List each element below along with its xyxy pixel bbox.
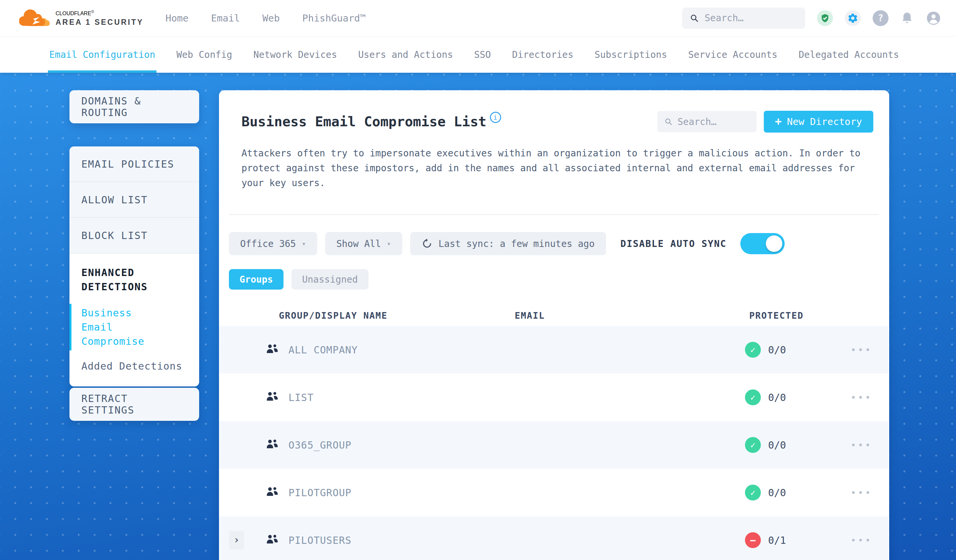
new-directory-button[interactable]: + New Directory (764, 111, 873, 133)
sidebar-item-retract-settings[interactable]: RETRACT SETTINGS (69, 388, 199, 421)
protected-count: 0/1 (768, 535, 786, 546)
search-icon (690, 13, 699, 23)
view-tab-unassigned[interactable]: Unassigned (291, 269, 368, 290)
group-icon (265, 343, 279, 355)
sidebar-item-domains-routing[interactable]: DOMAINS & ROUTING (69, 90, 199, 123)
protected-count: 0/0 (768, 487, 786, 499)
top-nav-item-home[interactable]: Home (165, 13, 189, 24)
search-icon (665, 117, 673, 126)
info-icon[interactable]: i (490, 112, 501, 123)
brand-subtitle: AREA 1 SECURITY (55, 19, 143, 26)
tab-service-accounts[interactable]: Service Accounts (687, 36, 779, 73)
group-icon (265, 533, 279, 546)
protected-count: 0/0 (768, 392, 786, 403)
help-button[interactable]: ? (873, 10, 888, 26)
account-button[interactable] (926, 10, 942, 26)
protected-check-badge: ✓ (745, 389, 761, 405)
group-icon (265, 391, 279, 403)
tab-network-devices[interactable]: Network Devices (252, 36, 338, 73)
refresh-icon (421, 238, 433, 249)
shield-check-icon (820, 13, 830, 23)
top-nav-item-web[interactable]: Web (262, 13, 280, 24)
group-icon (265, 486, 279, 498)
table-row[interactable]: › ALL COMPANY ✓ 0/0 ••• (219, 326, 888, 373)
top-bar: CLOUDFLARE® AREA 1 SECURITY HomeEmailWeb… (0, 0, 956, 36)
bec-list-panel: Business Email Compromise List i + New D… (219, 90, 889, 560)
sidebar-item-added-detections[interactable]: Added Detections (82, 360, 187, 372)
table-row[interactable]: › LIST ✓ 0/0 ••• (219, 373, 888, 421)
row-actions-menu[interactable]: ••• (844, 392, 879, 403)
sidebar-policies-card: EMAIL POLICIESALLOW LISTBLOCK LIST ENHAN… (69, 146, 199, 386)
page-title: Business Email Compromise List (242, 114, 487, 130)
auto-sync-toggle[interactable] (740, 233, 785, 254)
show-filter-dropdown[interactable]: Show All ▾ (325, 232, 402, 255)
toggle-knob (766, 235, 782, 252)
user-avatar-icon (926, 10, 942, 26)
tab-sso[interactable]: SSO (473, 36, 492, 73)
page-canvas: DOMAINS & ROUTING EMAIL POLICIESALLOW LI… (0, 73, 956, 560)
cloudflare-cloud-icon (19, 8, 51, 28)
top-nav-item-phishguard-[interactable]: PhishGuard™ (302, 13, 366, 24)
group-name: PILOTGROUP (288, 487, 513, 499)
group-name: LIST (288, 392, 513, 403)
plus-icon: + (775, 115, 781, 128)
table-row[interactable]: › PILOTUSERS − 0/1 ••• (219, 516, 888, 560)
sidebar-item-enhanced-detections[interactable]: ENHANCED DETECTIONS Business Email Compr… (69, 254, 199, 386)
list-search[interactable] (657, 111, 756, 132)
cloudflare-logo[interactable]: CLOUDFLARE® AREA 1 SECURITY (19, 8, 143, 28)
tab-email-configuration[interactable]: Email Configuration (48, 36, 156, 73)
sidebar-item-email-policies[interactable]: EMAIL POLICIES (69, 146, 199, 182)
notifications-button[interactable] (901, 11, 914, 25)
row-actions-menu[interactable]: ••• (844, 440, 879, 450)
help-icon: ? (878, 13, 884, 24)
brand-name: CLOUDFLARE® (55, 10, 143, 16)
protected-minus-badge: − (745, 532, 761, 548)
table-header: GROUP/DISPLAY NAMEEMAILPROTECTED (219, 305, 888, 326)
chevron-down-icon: ▾ (302, 240, 306, 248)
sidebar-item-business-email-compromise[interactable]: Business Email Compromise (69, 304, 169, 350)
group-name: ALL COMPANY (288, 344, 513, 356)
protected-check-badge: ✓ (745, 342, 761, 358)
groups-table: GROUP/DISPLAY NAMEEMAILPROTECTED › ALL C… (219, 305, 888, 560)
global-search[interactable] (682, 8, 805, 29)
registered-mark: ® (91, 9, 94, 14)
protected-check-badge: ✓ (745, 485, 761, 500)
top-nav-item-email[interactable]: Email (211, 13, 240, 24)
group-name: PILOTUSERS (288, 535, 513, 546)
tab-web-config[interactable]: Web Config (175, 36, 234, 73)
view-tab-groups[interactable]: Groups (229, 269, 283, 290)
last-sync-button[interactable]: Last sync: a few minutes ago (410, 232, 606, 255)
table-row[interactable]: › PILOTGROUP ✓ 0/0 ••• (219, 469, 888, 516)
sidebar-item-label: DOMAINS & ROUTING (82, 95, 187, 118)
tab-directories[interactable]: Directories (511, 36, 575, 73)
sidebar-item-allow-list[interactable]: ALLOW LIST (69, 182, 199, 218)
bell-icon (901, 11, 914, 25)
row-actions-menu[interactable]: ••• (844, 345, 879, 355)
security-status-button[interactable] (817, 10, 833, 26)
tab-delegated-accounts[interactable]: Delegated Accounts (797, 36, 900, 73)
sidebar-item-block-list[interactable]: BLOCK LIST (69, 218, 199, 254)
list-search-input[interactable] (678, 116, 749, 127)
group-name: O365_GROUP (288, 439, 513, 451)
protected-count: 0/0 (768, 344, 786, 356)
table-row[interactable]: › O365_GROUP ✓ 0/0 ••• (219, 421, 888, 469)
enhanced-detections-label: ENHANCED DETECTIONS (82, 265, 161, 294)
settings-button[interactable] (845, 10, 861, 26)
row-actions-menu[interactable]: ••• (844, 535, 879, 546)
group-icon (265, 438, 279, 450)
source-filter-dropdown[interactable]: Office 365 ▾ (229, 232, 317, 255)
section-tabs: Email ConfigurationWeb ConfigNetwork Dev… (0, 36, 956, 73)
expand-row-button[interactable]: › (229, 531, 244, 549)
auto-sync-label: DISABLE AUTO SYNC (621, 238, 727, 249)
tab-subscriptions[interactable]: Subscriptions (593, 36, 668, 73)
column-header-group-display-name: GROUP/DISPLAY NAME (279, 311, 515, 321)
divider (229, 214, 879, 215)
tab-users-and-actions[interactable]: Users and Actions (357, 36, 454, 73)
gear-icon (847, 13, 859, 24)
protected-count: 0/0 (768, 439, 786, 451)
global-search-input[interactable] (704, 13, 797, 24)
top-nav: HomeEmailWebPhishGuard™ (165, 13, 366, 24)
column-header-email: EMAIL (515, 311, 749, 321)
row-actions-menu[interactable]: ••• (844, 487, 879, 498)
protected-check-badge: ✓ (745, 437, 761, 453)
